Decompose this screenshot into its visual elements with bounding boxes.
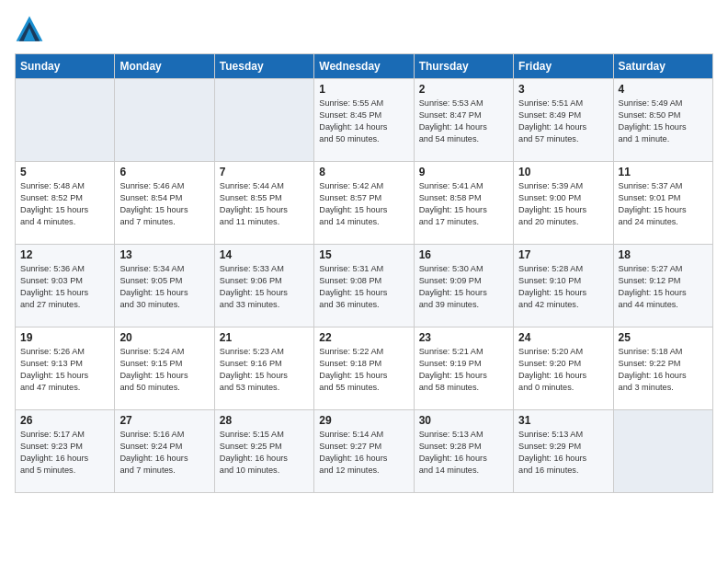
day-content: Sunrise: 5:55 AM Sunset: 8:45 PM Dayligh…: [319, 98, 408, 145]
day-number: 12: [20, 248, 109, 261]
day-cell: 7Sunrise: 5:44 AM Sunset: 8:55 PM Daylig…: [214, 162, 313, 245]
header-cell-tuesday: Tuesday: [214, 54, 313, 79]
week-row-4: 26Sunrise: 5:17 AM Sunset: 9:23 PM Dayli…: [16, 410, 713, 493]
day-content: Sunrise: 5:39 AM Sunset: 9:00 PM Dayligh…: [518, 180, 608, 228]
day-content: Sunrise: 5:37 AM Sunset: 9:01 PM Dayligh…: [619, 180, 708, 228]
day-content: Sunrise: 5:33 AM Sunset: 9:06 PM Dayligh…: [220, 263, 309, 311]
header-cell-thursday: Thursday: [414, 54, 513, 79]
day-content: Sunrise: 5:41 AM Sunset: 8:58 PM Dayligh…: [419, 180, 508, 228]
day-cell: [613, 410, 712, 493]
day-number: 20: [119, 331, 209, 344]
day-cell: 17Sunrise: 5:28 AM Sunset: 9:10 PM Dayli…: [514, 245, 613, 327]
day-number: 3: [518, 83, 608, 96]
day-content: Sunrise: 5:26 AM Sunset: 9:13 PM Dayligh…: [20, 346, 109, 394]
day-cell: 1Sunrise: 5:55 AM Sunset: 8:45 PM Daylig…: [314, 79, 414, 162]
day-content: Sunrise: 5:18 AM Sunset: 9:22 PM Dayligh…: [619, 346, 708, 394]
day-number: 29: [319, 414, 408, 427]
day-number: 4: [619, 83, 708, 96]
day-cell: 16Sunrise: 5:30 AM Sunset: 9:09 PM Dayli…: [414, 245, 513, 327]
day-cell: 25Sunrise: 5:18 AM Sunset: 9:22 PM Dayli…: [613, 327, 712, 410]
day-cell: 12Sunrise: 5:36 AM Sunset: 9:03 PM Dayli…: [16, 245, 115, 327]
day-number: 2: [419, 83, 508, 96]
day-content: Sunrise: 5:48 AM Sunset: 8:52 PM Dayligh…: [20, 180, 109, 228]
day-cell: [115, 79, 214, 162]
header-cell-sunday: Sunday: [16, 54, 115, 79]
day-cell: 20Sunrise: 5:24 AM Sunset: 9:15 PM Dayli…: [115, 327, 214, 410]
day-number: 18: [619, 248, 708, 261]
day-cell: 19Sunrise: 5:26 AM Sunset: 9:13 PM Dayli…: [16, 327, 115, 410]
day-cell: 9Sunrise: 5:41 AM Sunset: 8:58 PM Daylig…: [414, 162, 513, 245]
day-cell: 3Sunrise: 5:51 AM Sunset: 8:49 PM Daylig…: [514, 79, 613, 162]
day-number: 16: [419, 248, 508, 261]
day-number: 23: [419, 331, 508, 344]
day-content: Sunrise: 5:17 AM Sunset: 9:23 PM Dayligh…: [20, 429, 109, 477]
day-number: 13: [119, 248, 209, 261]
day-content: Sunrise: 5:42 AM Sunset: 8:57 PM Dayligh…: [319, 180, 408, 228]
day-number: 17: [518, 248, 608, 261]
day-number: 5: [20, 166, 109, 178]
day-content: Sunrise: 5:13 AM Sunset: 9:28 PM Dayligh…: [419, 429, 508, 477]
day-content: Sunrise: 5:30 AM Sunset: 9:09 PM Dayligh…: [419, 263, 508, 311]
day-number: 30: [419, 414, 508, 427]
day-content: Sunrise: 5:34 AM Sunset: 9:05 PM Dayligh…: [119, 263, 209, 311]
day-number: 8: [319, 166, 408, 178]
day-cell: 10Sunrise: 5:39 AM Sunset: 9:00 PM Dayli…: [514, 162, 613, 245]
day-cell: 26Sunrise: 5:17 AM Sunset: 9:23 PM Dayli…: [16, 410, 115, 493]
calendar-body: 1Sunrise: 5:55 AM Sunset: 8:45 PM Daylig…: [16, 79, 713, 493]
logo-icon: [15, 15, 44, 44]
day-content: Sunrise: 5:24 AM Sunset: 9:15 PM Dayligh…: [119, 346, 209, 394]
day-cell: 4Sunrise: 5:49 AM Sunset: 8:50 PM Daylig…: [613, 79, 712, 162]
day-cell: 27Sunrise: 5:16 AM Sunset: 9:24 PM Dayli…: [115, 410, 214, 493]
day-number: 11: [619, 166, 708, 178]
day-content: Sunrise: 5:49 AM Sunset: 8:50 PM Dayligh…: [619, 98, 708, 145]
day-content: Sunrise: 5:31 AM Sunset: 9:08 PM Dayligh…: [319, 263, 408, 311]
day-cell: 24Sunrise: 5:20 AM Sunset: 9:20 PM Dayli…: [514, 327, 613, 410]
day-cell: 14Sunrise: 5:33 AM Sunset: 9:06 PM Dayli…: [214, 245, 313, 327]
day-cell: 13Sunrise: 5:34 AM Sunset: 9:05 PM Dayli…: [115, 245, 214, 327]
day-number: 7: [220, 166, 309, 178]
day-content: Sunrise: 5:22 AM Sunset: 9:18 PM Dayligh…: [319, 346, 408, 394]
day-number: 14: [220, 248, 309, 261]
logo: [15, 15, 48, 44]
day-number: 1: [319, 83, 408, 96]
day-cell: 23Sunrise: 5:21 AM Sunset: 9:19 PM Dayli…: [414, 327, 513, 410]
header-cell-friday: Friday: [514, 54, 613, 79]
day-number: 31: [518, 414, 608, 427]
day-content: Sunrise: 5:28 AM Sunset: 9:10 PM Dayligh…: [518, 263, 608, 311]
week-row-0: 1Sunrise: 5:55 AM Sunset: 8:45 PM Daylig…: [16, 79, 713, 162]
day-number: 19: [20, 331, 109, 344]
day-cell: 11Sunrise: 5:37 AM Sunset: 9:01 PM Dayli…: [613, 162, 712, 245]
day-content: Sunrise: 5:27 AM Sunset: 9:12 PM Dayligh…: [619, 263, 708, 311]
day-content: Sunrise: 5:14 AM Sunset: 9:27 PM Dayligh…: [319, 429, 408, 477]
day-cell: 29Sunrise: 5:14 AM Sunset: 9:27 PM Dayli…: [314, 410, 414, 493]
calendar-header: SundayMondayTuesdayWednesdayThursdayFrid…: [16, 54, 713, 79]
calendar-table: SundayMondayTuesdayWednesdayThursdayFrid…: [15, 53, 713, 493]
day-cell: 2Sunrise: 5:53 AM Sunset: 8:47 PM Daylig…: [414, 79, 513, 162]
day-number: 10: [518, 166, 608, 178]
day-content: Sunrise: 5:46 AM Sunset: 8:54 PM Dayligh…: [119, 180, 209, 228]
day-content: Sunrise: 5:23 AM Sunset: 9:16 PM Dayligh…: [220, 346, 309, 394]
day-cell: 6Sunrise: 5:46 AM Sunset: 8:54 PM Daylig…: [115, 162, 214, 245]
week-row-2: 12Sunrise: 5:36 AM Sunset: 9:03 PM Dayli…: [16, 245, 713, 327]
day-cell: 30Sunrise: 5:13 AM Sunset: 9:28 PM Dayli…: [414, 410, 513, 493]
day-content: Sunrise: 5:21 AM Sunset: 9:19 PM Dayligh…: [419, 346, 508, 394]
day-cell: 31Sunrise: 5:13 AM Sunset: 9:29 PM Dayli…: [514, 410, 613, 493]
day-cell: 8Sunrise: 5:42 AM Sunset: 8:57 PM Daylig…: [314, 162, 414, 245]
day-cell: 18Sunrise: 5:27 AM Sunset: 9:12 PM Dayli…: [613, 245, 712, 327]
header-cell-saturday: Saturday: [613, 54, 712, 79]
day-number: 26: [20, 414, 109, 427]
day-content: Sunrise: 5:13 AM Sunset: 9:29 PM Dayligh…: [518, 429, 608, 477]
day-cell: 21Sunrise: 5:23 AM Sunset: 9:16 PM Dayli…: [214, 327, 313, 410]
day-content: Sunrise: 5:16 AM Sunset: 9:24 PM Dayligh…: [119, 429, 209, 477]
day-number: 22: [319, 331, 408, 344]
day-content: Sunrise: 5:36 AM Sunset: 9:03 PM Dayligh…: [20, 263, 109, 311]
day-cell: 28Sunrise: 5:15 AM Sunset: 9:25 PM Dayli…: [214, 410, 313, 493]
day-number: 21: [220, 331, 309, 344]
week-row-3: 19Sunrise: 5:26 AM Sunset: 9:13 PM Dayli…: [16, 327, 713, 410]
header-cell-wednesday: Wednesday: [314, 54, 414, 79]
header-cell-monday: Monday: [115, 54, 214, 79]
day-number: 27: [119, 414, 209, 427]
day-number: 9: [419, 166, 508, 178]
day-cell: [16, 79, 115, 162]
page-header: [15, 15, 713, 44]
